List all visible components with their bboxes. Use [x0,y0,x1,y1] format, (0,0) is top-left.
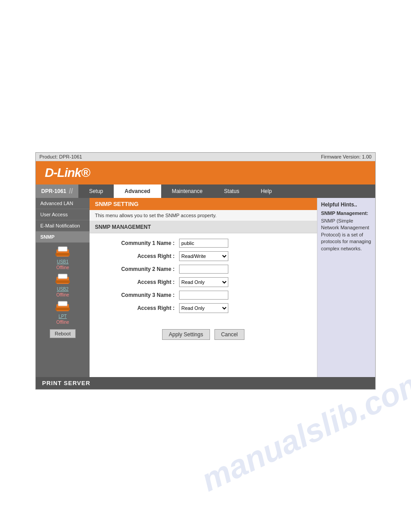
nav-product: DPR-1061 // [36,184,78,198]
sidebar-item-snmp[interactable]: SNMP [36,232,90,243]
printer-usb2-status: Offline [56,292,69,297]
label-access3: Access Right : [98,305,179,311]
main-panel: SNMP SETTING This menu allows you to set… [90,198,317,377]
form-row-comm2-name: Community 2 Name : [98,265,308,274]
form-row-access2: Access Right : Read Only Read/Write [98,277,308,287]
printer-item-usb2: USB2 Offline [38,272,87,297]
form-row-comm1-name: Community 1 Name : [98,239,308,248]
svg-rect-4 [58,274,67,279]
form-table: Community 1 Name : Access Right : Read/W… [90,233,317,322]
hints-text: SNMP (Simple Network Management Protocol… [321,218,372,252]
footer: PRINT SERVER [36,377,375,389]
hints-subtitle: SNMP Management: [321,210,372,216]
printer-item-usb1: USB1 Offline [38,245,87,270]
printer-icon-usb1 [55,245,71,258]
svg-rect-5 [56,280,70,283]
tab-setup[interactable]: Setup [78,184,114,198]
tab-advanced[interactable]: Advanced [114,184,161,198]
form-row-access3: Access Right : Read Only Read/Write [98,303,308,313]
logo: D-Link® [45,166,90,180]
nav-tabs: Setup Advanced Maintenance Status Help [78,184,375,198]
printer-lpt-status: Offline [56,320,69,325]
top-bar: Product: DPR-1061 Firmware Version: 1.00 [36,153,375,161]
svg-rect-7 [58,301,67,306]
mgmt-header: SNMP MANAGEMENT [90,221,317,233]
sidebar-item-user-access[interactable]: User Access [36,209,90,220]
sidebar: Advanced LAN User Access E-Mail Notifica… [36,198,90,377]
firmware-label: Firmware Version: 1.00 [321,154,372,159]
printer-usb1-status: Offline [56,265,69,270]
reboot-button[interactable]: Reboot [50,329,75,338]
section-header: SNMP SETTING [90,198,317,210]
label-comm3-name: Community 3 Name : [98,292,179,298]
printer-usb1-name[interactable]: USB1 [57,259,68,264]
device-frame: Product: DPR-1061 Firmware Version: 1.00… [35,152,376,390]
section-desc: This menu allows you to set the SNMP acc… [90,210,317,221]
label-access1: Access Right : [98,253,179,259]
label-access2: Access Right : [98,279,179,285]
form-row-access1: Access Right : Read/Write Read Only [98,251,308,261]
label-comm1-name: Community 1 Name : [98,240,179,246]
printer-icon-usb2 [55,272,71,286]
select-access2[interactable]: Read Only Read/Write [179,277,228,287]
printer-section: USB1 Offline USB2 Offline [36,243,90,327]
printer-icon-lpt [55,300,71,313]
printer-item-lpt: LPT Offline [38,300,87,325]
button-row: Apply Settings Cancel [90,322,317,347]
printer-lpt-name[interactable]: LPT [59,314,67,319]
input-comm3-name[interactable] [179,291,228,300]
select-access1[interactable]: Read/Write Read Only [179,251,228,261]
tab-help[interactable]: Help [250,184,283,198]
header: D-Link® [36,161,375,184]
content-area: SNMP SETTING This menu allows you to set… [90,198,375,377]
hints-title: Helpful Hints.. [321,202,372,208]
nav-bar: DPR-1061 // Setup Advanced Maintenance S… [36,184,375,198]
product-label: Product: DPR-1061 [39,154,82,159]
input-comm1-name[interactable] [179,239,228,248]
tab-status[interactable]: Status [213,184,250,198]
tab-maintenance[interactable]: Maintenance [161,184,214,198]
svg-rect-8 [56,308,70,310]
svg-rect-1 [58,247,67,251]
main-content: Advanced LAN User Access E-Mail Notifica… [36,198,375,377]
label-comm2-name: Community 2 Name : [98,266,179,272]
svg-rect-2 [56,253,70,256]
sidebar-item-email-notification[interactable]: E-Mail Notification [36,220,90,232]
form-row-comm3-name: Community 3 Name : [98,291,308,300]
apply-settings-button[interactable]: Apply Settings [162,329,210,340]
input-comm2-name[interactable] [179,265,228,274]
select-access3[interactable]: Read Only Read/Write [179,303,228,313]
sidebar-item-advanced-lan[interactable]: Advanced LAN [36,198,90,209]
printer-usb2-name[interactable]: USB2 [57,287,68,292]
hints-panel: Helpful Hints.. SNMP Management: SNMP (S… [317,198,375,377]
cancel-button[interactable]: Cancel [214,329,244,340]
